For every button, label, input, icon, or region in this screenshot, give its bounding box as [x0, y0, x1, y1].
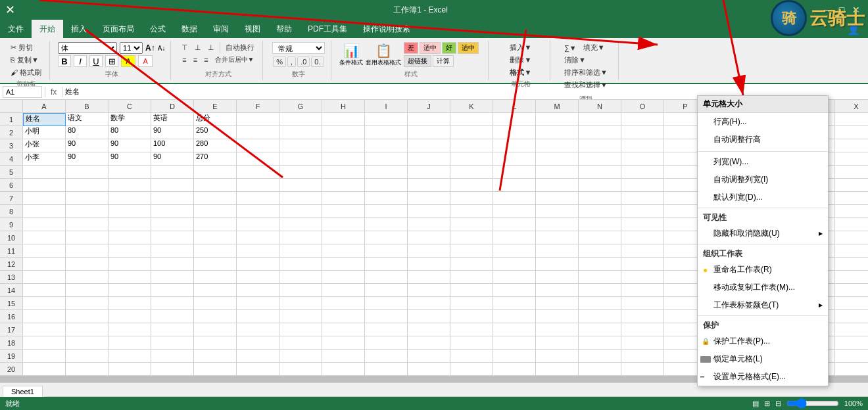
italic-button[interactable]: I: [74, 55, 87, 67]
cell-F4[interactable]: [237, 152, 279, 166]
col-A[interactable]: A: [23, 100, 66, 113]
tab-数据[interactable]: 数据: [174, 20, 205, 38]
row-7[interactable]: 7: [0, 192, 23, 205]
wrap-text-button[interactable]: 自动换行: [223, 42, 257, 53]
menu-col-width[interactable]: 列宽(W)...: [698, 153, 828, 171]
cell-E1[interactable]: 总分: [194, 113, 237, 126]
align-middle-button[interactable]: ⊥: [192, 42, 204, 53]
font-name-select[interactable]: 体: [58, 42, 117, 54]
col-L[interactable]: L: [493, 100, 536, 113]
cell-A4[interactable]: 小李: [23, 152, 66, 166]
cell-I2[interactable]: [365, 126, 408, 139]
align-center-button[interactable]: ≡: [191, 55, 200, 64]
col-J[interactable]: J: [408, 100, 450, 113]
cell-J1[interactable]: [408, 113, 450, 126]
cell-L3[interactable]: [493, 139, 536, 152]
cell-F3[interactable]: [237, 139, 279, 152]
cell-E4[interactable]: 270: [194, 152, 237, 166]
cell-G1[interactable]: [279, 113, 322, 126]
menu-default-col-width[interactable]: 默认列宽(D)...: [698, 189, 828, 206]
menu-tab-color[interactable]: 工作表标签颜色(T): [698, 296, 828, 314]
tab-search[interactable]: 操作说明搜索: [355, 20, 418, 38]
tab-公式[interactable]: 公式: [142, 20, 174, 38]
tab-页面布局[interactable]: 页面布局: [95, 20, 142, 38]
style-计算[interactable]: 计算: [433, 55, 454, 67]
cell-G4[interactable]: [279, 152, 322, 166]
insert-cells-button[interactable]: 插入▼: [507, 42, 534, 53]
cell-O3[interactable]: [621, 139, 664, 152]
cell-N3[interactable]: [579, 139, 621, 152]
comma-button[interactable]: ,: [287, 57, 296, 67]
format-cells-button[interactable]: 格式▼: [507, 67, 534, 78]
sum-button[interactable]: ∑▼: [562, 42, 579, 53]
cell-K4[interactable]: [450, 152, 493, 166]
cell-O2[interactable]: [621, 126, 664, 139]
increase-decimal-button[interactable]: .0: [297, 57, 310, 67]
col-D[interactable]: D: [151, 100, 194, 113]
cell-C1[interactable]: 数学: [108, 113, 151, 126]
row-19[interactable]: 19: [0, 350, 23, 363]
cell-M4[interactable]: [536, 152, 579, 166]
menu-format-cell[interactable]: ━设置单元格格式(E)...: [698, 368, 828, 386]
cell-O1[interactable]: [621, 113, 664, 126]
align-left-button[interactable]: ≡: [180, 55, 189, 64]
row-11[interactable]: 11: [0, 244, 23, 258]
row-3[interactable]: 3: [0, 139, 23, 152]
menu-rename-sheet[interactable]: ●重命名工作表(R): [698, 261, 828, 279]
tab-视图[interactable]: 视图: [237, 20, 268, 38]
cell-C2[interactable]: 80: [108, 126, 151, 139]
col-F[interactable]: F: [237, 100, 279, 113]
cell-M1[interactable]: [536, 113, 579, 126]
col-N[interactable]: N: [579, 100, 621, 113]
cell-B4[interactable]: 90: [66, 152, 108, 166]
row-20[interactable]: 20: [0, 363, 23, 376]
fill-button[interactable]: 填充▼: [581, 42, 608, 53]
cell-C4[interactable]: 90: [108, 152, 151, 166]
row-12[interactable]: 12: [0, 258, 23, 271]
row-17[interactable]: 17: [0, 323, 23, 336]
copy-button[interactable]: ⎘ 复制▼: [8, 55, 44, 66]
format-painter-button[interactable]: 🖌 格式刷: [8, 67, 44, 78]
border-button[interactable]: ⊞: [105, 55, 118, 67]
cell-M3[interactable]: [536, 139, 579, 152]
cell-H1[interactable]: [322, 113, 365, 126]
cell-J3[interactable]: [408, 139, 450, 152]
menu-lock-cell[interactable]: 锁定单元格(L): [698, 350, 828, 368]
cell-D4[interactable]: 90: [151, 152, 194, 166]
highlight-button[interactable]: A: [121, 55, 135, 67]
cell-N2[interactable]: [579, 126, 621, 139]
percent-button[interactable]: %: [273, 57, 286, 67]
row-16[interactable]: 16: [0, 310, 23, 323]
menu-hide-unhide[interactable]: 隐藏和取消隐藏(U): [698, 225, 828, 242]
row-18[interactable]: 18: [0, 336, 23, 350]
font-size-select[interactable]: 11: [120, 42, 143, 54]
decrease-decimal-button[interactable]: 0.: [311, 57, 324, 67]
tab-文件[interactable]: 文件: [0, 20, 32, 38]
cell-N4[interactable]: [579, 152, 621, 166]
align-bottom-button[interactable]: ⊥: [205, 42, 217, 53]
cell-O4[interactable]: [621, 152, 664, 166]
row-14[interactable]: 14: [0, 284, 23, 297]
cell-G3[interactable]: [279, 139, 322, 152]
merge-center-button[interactable]: 合并后居中▼: [212, 55, 257, 65]
cell-X2[interactable]: [835, 126, 868, 139]
style-适中[interactable]: 适中: [458, 42, 479, 54]
cell-L1[interactable]: [493, 113, 536, 126]
table-style-button[interactable]: 📋 套用表格格式: [366, 43, 401, 67]
cell-L2[interactable]: [493, 126, 536, 139]
cell-B1[interactable]: 语文: [66, 113, 108, 126]
cell-H3[interactable]: [322, 139, 365, 152]
menu-protect-sheet[interactable]: 🔒保护工作表(P)...: [698, 332, 828, 350]
col-K[interactable]: K: [450, 100, 493, 113]
cell-X1[interactable]: [835, 113, 868, 126]
style-差[interactable]: 差: [404, 42, 418, 54]
cell-G2[interactable]: [279, 126, 322, 139]
style-超链接[interactable]: 超链接: [404, 55, 431, 67]
number-format-select[interactable]: 常规: [272, 42, 325, 54]
menu-row-height[interactable]: 行高(H)...: [698, 113, 828, 131]
view-normal-icon[interactable]: ▤: [752, 399, 759, 408]
row-15[interactable]: 15: [0, 297, 23, 310]
row-5[interactable]: 5: [0, 166, 23, 179]
cell-A3[interactable]: 小张: [23, 139, 66, 152]
cell-I1[interactable]: [365, 113, 408, 126]
